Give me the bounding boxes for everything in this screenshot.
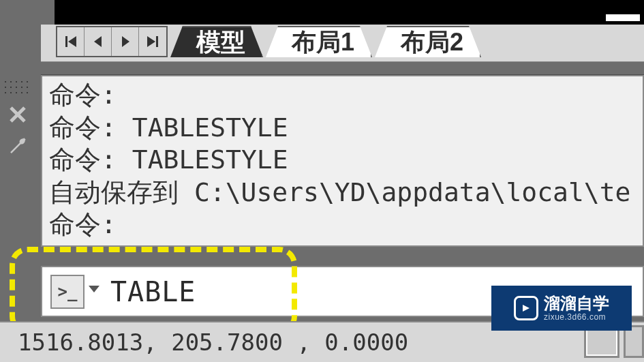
chevron-down-icon bbox=[89, 286, 99, 295]
chevron-right-icon bbox=[119, 35, 132, 48]
tab-layout2[interactable]: 布局2 bbox=[375, 26, 481, 57]
tab-model-label: 模型 bbox=[196, 26, 245, 59]
panel-grip[interactable] bbox=[3, 79, 29, 95]
svg-marker-2 bbox=[94, 36, 102, 47]
close-button[interactable] bbox=[5, 102, 30, 127]
coordinates-display: 1516.8013, 205.7800 , 0.0000 bbox=[18, 329, 408, 356]
options-button[interactable] bbox=[5, 134, 30, 158]
tab-layout2-label: 布局2 bbox=[401, 26, 463, 59]
command-prompt-icon[interactable]: >_ bbox=[50, 275, 85, 309]
history-line: 命令: TABLESTYLE bbox=[49, 112, 636, 145]
watermark-text: 溜溜自学 zixue.3d66.com bbox=[544, 295, 609, 321]
tab-strip: 模型 布局1 布局2 bbox=[56, 26, 481, 60]
watermark-title: 溜溜自学 bbox=[544, 295, 609, 312]
tab-model[interactable]: 模型 bbox=[170, 26, 263, 57]
history-line: 命令: bbox=[49, 79, 636, 112]
close-icon bbox=[7, 104, 28, 125]
history-line: 命令: TABLESTYLE bbox=[49, 144, 636, 177]
skip-end-icon bbox=[146, 35, 159, 48]
svg-rect-4 bbox=[156, 36, 158, 47]
watermark-url: zixue.3d66.com bbox=[544, 313, 609, 321]
svg-marker-5 bbox=[147, 36, 155, 47]
svg-marker-9 bbox=[523, 305, 530, 312]
panel-divider bbox=[41, 61, 644, 75]
command-history[interactable]: 命令: 命令: TABLESTYLE 命令: TABLESTYLE 自动保存到 … bbox=[41, 75, 644, 247]
chevron-left-icon bbox=[91, 35, 105, 48]
wrench-icon bbox=[7, 136, 28, 156]
tab-layout1[interactable]: 布局1 bbox=[266, 26, 372, 57]
nav-last-button[interactable] bbox=[139, 27, 166, 56]
svg-rect-0 bbox=[65, 36, 67, 47]
nav-next-button[interactable] bbox=[112, 27, 139, 56]
command-panel-left bbox=[0, 75, 38, 158]
command-history-dropdown[interactable] bbox=[89, 286, 99, 298]
play-icon bbox=[521, 303, 531, 313]
skip-start-icon bbox=[64, 35, 78, 48]
nav-first-button[interactable] bbox=[57, 27, 85, 56]
history-line: 自动保存到 C:\Users\YD\appdata\local\te bbox=[49, 177, 636, 209]
svg-marker-3 bbox=[122, 36, 129, 47]
svg-marker-1 bbox=[68, 36, 76, 47]
tab-layout1-label: 布局1 bbox=[292, 26, 354, 59]
history-line: 命令: bbox=[49, 209, 636, 241]
play-icon-box bbox=[514, 296, 538, 320]
watermark-logo: 溜溜自学 zixue.3d66.com bbox=[491, 286, 632, 331]
tab-nav-buttons bbox=[56, 26, 168, 57]
drawing-canvas-area[interactable] bbox=[55, 0, 644, 26]
nav-prev-button[interactable] bbox=[85, 27, 112, 56]
svg-marker-8 bbox=[89, 286, 99, 292]
prompt-glyph: >_ bbox=[58, 282, 78, 301]
